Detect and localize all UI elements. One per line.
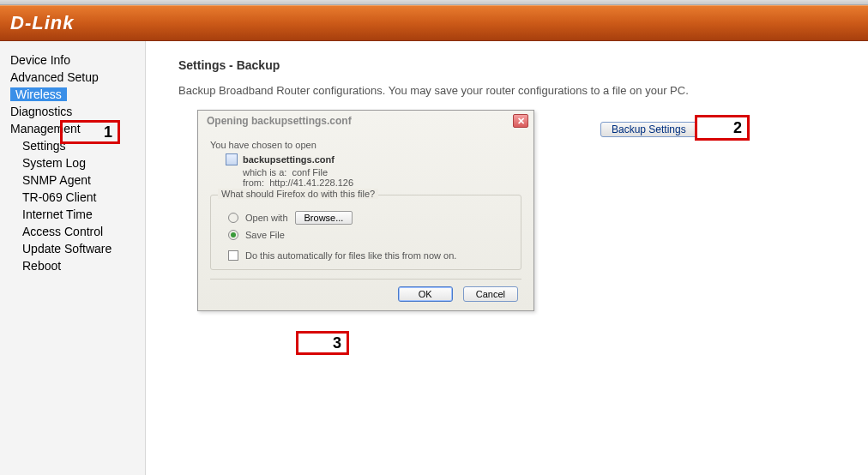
dialog-title: Opening backupsettings.conf — [207, 115, 352, 127]
nav-internet-time[interactable]: Internet Time — [7, 206, 145, 223]
callout-2-label: 2 — [733, 119, 742, 137]
save-file-radio[interactable] — [228, 230, 238, 240]
dialog-chosen-text: You have chosen to open — [210, 140, 521, 150]
cancel-button[interactable]: Cancel — [463, 286, 518, 302]
nav-snmp-agent[interactable]: SNMP Agent — [7, 171, 145, 189]
nav-update-software[interactable]: Update Software — [7, 240, 145, 257]
nav-device-info[interactable]: Device Info — [7, 51, 145, 69]
page-title: Settings - Backup — [178, 58, 851, 72]
file-icon — [226, 153, 238, 165]
auto-checkbox[interactable] — [228, 250, 238, 261]
dialog-filename: backupsettings.conf — [243, 154, 335, 165]
from-value: http://41.41.228.126 — [269, 177, 353, 188]
open-with-label: Open with — [245, 213, 288, 223]
open-with-radio[interactable] — [228, 213, 238, 223]
brand-logo: D-Link — [10, 12, 74, 34]
nav-system-log[interactable]: System Log — [7, 154, 145, 171]
which-is-label: which is a: — [243, 167, 286, 177]
auto-label: Do this automatically for files like thi… — [245, 250, 456, 261]
nav-reboot[interactable]: Reboot — [7, 257, 145, 274]
callout-1-label: 1 — [104, 123, 112, 141]
nav-advanced-setup[interactable]: Advanced Setup — [7, 69, 145, 86]
page-description: Backup Broadband Router configurations. … — [178, 84, 851, 97]
dialog-separator — [210, 279, 521, 280]
callout-1: 1 — [60, 120, 120, 144]
ok-button[interactable]: OK — [398, 286, 453, 302]
main-content: Settings - Backup Backup Broadband Route… — [146, 41, 868, 475]
browse-button[interactable]: Browse... — [295, 211, 353, 225]
nav-wireless[interactable]: Wireless — [7, 86, 145, 103]
nav-diagnostics[interactable]: Diagnostics — [7, 103, 145, 120]
sidebar-nav: Device Info Advanced Setup Wireless Diag… — [0, 41, 146, 475]
nav-wireless-label: Wireless — [10, 87, 67, 101]
from-label: from: — [243, 177, 264, 188]
dialog-question: What should Firefox do with this file? — [218, 189, 378, 199]
backup-settings-button[interactable]: Backup Settings — [600, 122, 697, 137]
callout-3: 3 — [296, 331, 349, 355]
download-dialog: Opening backupsettings.conf ✕ You have c… — [197, 110, 534, 311]
nav-access-control[interactable]: Access Control — [7, 223, 145, 240]
callout-3-label: 3 — [333, 334, 341, 352]
save-file-label: Save File — [245, 230, 285, 240]
header-banner: D-Link — [0, 5, 868, 41]
nav-tr069[interactable]: TR-069 Client — [7, 189, 145, 206]
close-icon[interactable]: ✕ — [513, 114, 528, 128]
callout-2: 2 — [695, 115, 750, 141]
which-is-value: conf File — [292, 167, 328, 177]
